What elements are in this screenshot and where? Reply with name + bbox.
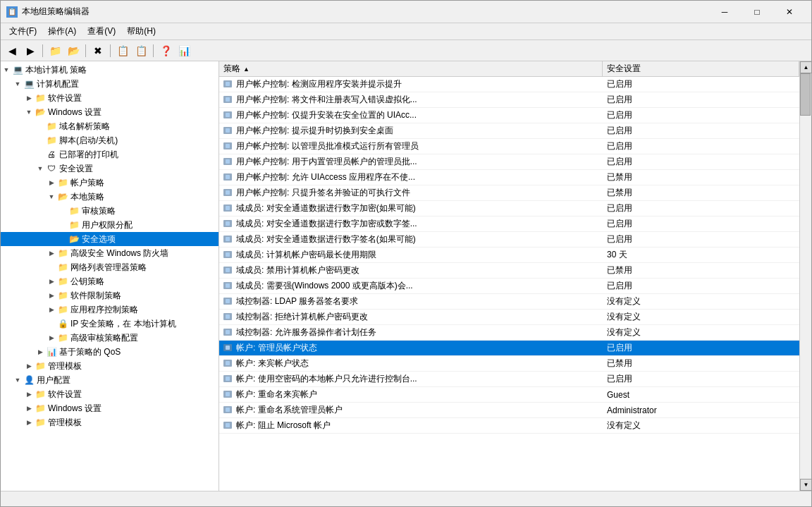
tree-item-qos[interactable]: ▶📊基于策略的 QoS — [1, 345, 219, 359]
export-button[interactable]: 📊 — [176, 43, 192, 59]
tree-item-userrights[interactable]: 📁用户权限分配 — [1, 218, 219, 232]
tree-item-local[interactable]: ▼📂本地策略 — [1, 190, 219, 204]
col-header-security[interactable]: 安全设置 — [603, 61, 799, 77]
list-row[interactable]: 域成员: 对安全通道数据进行数字加密或数字签...已启用 — [219, 216, 799, 232]
tree-expand-software2[interactable]: ▶ — [46, 290, 57, 301]
list-row[interactable]: 用户帐户控制: 用于内置管理员帐户的管理员批...已启用 — [219, 154, 799, 170]
help-button[interactable]: ❓ — [157, 43, 174, 59]
tree-expand-account[interactable]: ▶ — [46, 177, 57, 188]
list-row[interactable]: 域成员: 需要强(Windows 2000 或更高版本)会...已启用 — [219, 279, 799, 294]
tree-expand-security[interactable]: ▼ — [35, 163, 46, 174]
tree-expand-userconfig[interactable]: ▼ — [12, 374, 23, 386]
minimize-button[interactable]: ─ — [708, 1, 741, 23]
tree-expand-dns[interactable] — [35, 121, 46, 132]
menu-view[interactable]: 查看(V) — [82, 24, 121, 39]
tree-item-audit[interactable]: 📁审核策略 — [1, 204, 219, 218]
scroll-up-button[interactable]: ▲ — [800, 61, 811, 73]
tree-expand-usrwindows[interactable]: ▶ — [23, 403, 35, 414]
list-row[interactable]: 用户帐户控制: 允许 UIAccess 应用程序在不使...已禁用 — [219, 170, 799, 185]
list-row[interactable]: 帐户: 管理员帐户状态已启用 — [219, 341, 799, 356]
col-header-policy[interactable]: 策略 ▲ — [219, 61, 603, 77]
cell-security: 没有定义 — [604, 420, 799, 432]
maximize-button[interactable]: □ — [741, 1, 773, 23]
tree-expand-qos[interactable]: ▶ — [35, 346, 46, 358]
tree-expand-computer[interactable]: ▼ — [12, 78, 23, 90]
list-row[interactable]: 帐户: 阻止 Microsoft 帐户没有定义 — [219, 418, 799, 434]
tree-expand-secopts[interactable] — [57, 233, 68, 245]
menu-help[interactable]: 帮助(H) — [121, 24, 161, 39]
menu-action[interactable]: 操作(A) — [42, 24, 82, 39]
tree-item-computer[interactable]: ▼💻计算机配置 — [1, 77, 219, 91]
show-hide-button[interactable]: 📂 — [65, 43, 82, 59]
tree-expand-root[interactable]: ▼ — [1, 64, 12, 75]
list-row[interactable]: 帐户: 来宾帐户状态已禁用 — [219, 356, 799, 372]
tree-item-root[interactable]: ▼💻本地计算机 策略 — [1, 63, 219, 77]
list-row[interactable]: 域成员: 对安全通道数据进行数字签名(如果可能)已启用 — [219, 232, 799, 248]
scroll-thumb[interactable] — [800, 73, 811, 116]
delete-button[interactable]: ✖ — [90, 43, 106, 59]
tree-item-usrwindows[interactable]: ▶📁Windows 设置 — [1, 401, 219, 415]
tree-item-admtpl[interactable]: ▶📁管理模板 — [1, 359, 219, 373]
tree-item-secopts[interactable]: 📂安全选项 — [1, 232, 219, 246]
tree-item-applocker[interactable]: ▶📁应用程序控制策略 — [1, 303, 219, 317]
right-scrollbar[interactable]: ▲ ▼ — [799, 61, 811, 491]
tree-item-userconfig[interactable]: ▼👤用户配置 — [1, 373, 219, 387]
refresh-button[interactable]: 📋 — [133, 43, 149, 59]
tree-icon-netlist: 📁 — [57, 262, 68, 273]
tree-item-security[interactable]: ▼🛡安全设置 — [1, 161, 219, 176]
tree-item-software2[interactable]: ▶📁软件限制策略 — [1, 288, 219, 303]
tree-expand-applocker[interactable]: ▶ — [46, 304, 57, 315]
tree-item-pubkey[interactable]: ▶📁公钥策略 — [1, 274, 219, 288]
tree-expand-netlist[interactable] — [46, 262, 57, 273]
back-button[interactable]: ◀ — [4, 43, 20, 59]
tree-expand-admtpl[interactable]: ▶ — [23, 360, 35, 372]
tree-expand-usradmin[interactable]: ▶ — [23, 417, 35, 428]
tree-item-ipsec[interactable]: 🔒IP 安全策略，在 本地计算机 — [1, 317, 219, 331]
list-row[interactable]: 域控制器: 拒绝计算机帐户密码更改没有定义 — [219, 310, 799, 325]
tree-expand-firewall[interactable]: ▶ — [46, 248, 57, 259]
list-row[interactable]: 用户帐户控制: 只提升签名并验证的可执行文件已禁用 — [219, 185, 799, 201]
up-button[interactable]: 📁 — [47, 43, 63, 59]
tree-expand-windows[interactable]: ▼ — [23, 106, 35, 118]
list-row[interactable]: 用户帐户控制: 检测应用程序安装并提示提升已启用 — [219, 77, 799, 92]
list-row[interactable]: 帐户: 使用空密码的本地帐户只允许进行控制台...已启用 — [219, 372, 799, 387]
tree-expand-local[interactable]: ▼ — [46, 191, 57, 202]
menu-file[interactable]: 文件(F) — [4, 24, 42, 39]
tree-expand-userrights[interactable] — [57, 219, 68, 231]
tree-item-software[interactable]: ▶📁软件设置 — [1, 91, 219, 105]
tree-item-dns[interactable]: 📁域名解析策略 — [1, 119, 219, 133]
list-row[interactable]: 用户帐户控制: 将文件和注册表写入错误虚拟化...已启用 — [219, 92, 799, 108]
tree-item-printers[interactable]: 🖨已部署的打印机 — [1, 147, 219, 161]
tree-expand-advsec[interactable]: ▶ — [46, 332, 57, 343]
forward-button[interactable]: ▶ — [22, 43, 39, 59]
scroll-track[interactable] — [800, 73, 811, 479]
tree-item-usrsoftware[interactable]: ▶📁软件设置 — [1, 387, 219, 401]
list-row[interactable]: 域成员: 计算机帐户密码最长使用期限30 天 — [219, 248, 799, 263]
scroll-down-button[interactable]: ▼ — [800, 479, 811, 491]
list-row[interactable]: 域成员: 禁用计算机帐户密码更改已禁用 — [219, 263, 799, 279]
close-button[interactable]: ✕ — [773, 1, 806, 23]
list-row[interactable]: 帐户: 重命名来宾帐户Guest — [219, 387, 799, 403]
list-row[interactable]: 用户帐户控制: 提示提升时切换到安全桌面已启用 — [219, 123, 799, 139]
list-row[interactable]: 用户帐户控制: 以管理员批准模式运行所有管理员已启用 — [219, 139, 799, 154]
tree-expand-audit[interactable] — [57, 205, 68, 216]
tree-expand-printers[interactable] — [35, 149, 46, 160]
list-row[interactable]: 域控制器: 允许服务器操作者计划任务没有定义 — [219, 325, 799, 341]
list-row[interactable]: 域控制器: LDAP 服务器签名要求没有定义 — [219, 294, 799, 310]
list-row[interactable]: 帐户: 重命名系统管理员帐户Administrator — [219, 403, 799, 418]
tree-item-scripts[interactable]: 📁脚本(启动/关机) — [1, 133, 219, 147]
list-row[interactable]: 域成员: 对安全通道数据进行数字加密(如果可能)已启用 — [219, 201, 799, 216]
tree-item-account[interactable]: ▶📁帐户策略 — [1, 176, 219, 190]
tree-expand-usrsoftware[interactable]: ▶ — [23, 389, 35, 400]
properties-button[interactable]: 📋 — [114, 43, 131, 59]
tree-expand-ipsec[interactable] — [46, 318, 57, 329]
list-row[interactable]: 用户帐户控制: 仅提升安装在安全位置的 UIAcc...已启用 — [219, 108, 799, 123]
tree-expand-scripts[interactable] — [35, 135, 46, 146]
tree-item-firewall[interactable]: ▶📁高级安全 Windows 防火墙 — [1, 246, 219, 260]
tree-item-advsec[interactable]: ▶📁高级审核策略配置 — [1, 331, 219, 345]
tree-item-windows[interactable]: ▼📂Windows 设置 — [1, 105, 219, 119]
tree-expand-pubkey[interactable]: ▶ — [46, 276, 57, 287]
tree-item-usradmin[interactable]: ▶📁管理模板 — [1, 415, 219, 429]
tree-expand-software[interactable]: ▶ — [23, 92, 35, 104]
tree-item-netlist[interactable]: 📁网络列表管理器策略 — [1, 260, 219, 274]
